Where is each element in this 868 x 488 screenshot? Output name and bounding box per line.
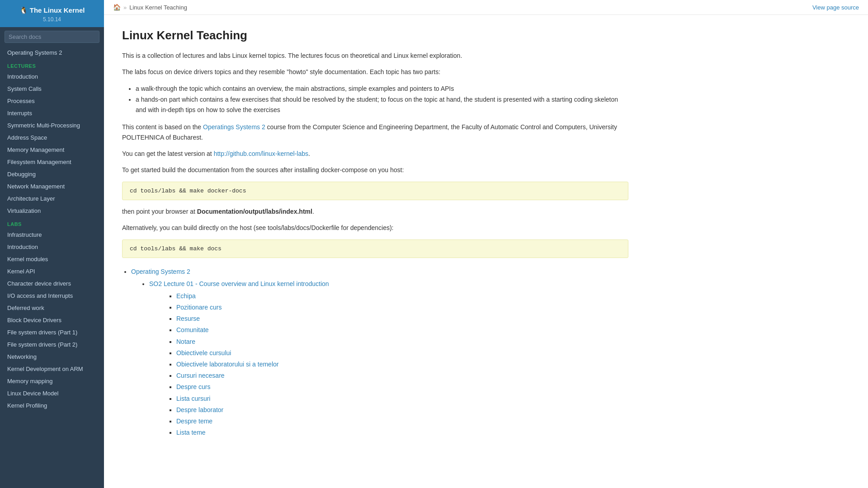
list-item: Echipa bbox=[176, 291, 628, 302]
para2: The labs focus on device drivers topics … bbox=[122, 67, 628, 77]
sidebar-item-network-management[interactable]: Network Management bbox=[0, 180, 104, 192]
code-block-2: cd tools/labs && make docs bbox=[122, 239, 628, 258]
list-item: Obiectivele laboratorului si a temelor bbox=[176, 359, 628, 370]
para3: This content is based on the Operatings … bbox=[122, 122, 628, 142]
sidebar-item-introduction-lab[interactable]: Introduction bbox=[0, 241, 104, 253]
sidebar-item-networking[interactable]: Networking bbox=[0, 351, 104, 363]
toc-l2-list: SO2 Lecture 01 - Course overview and Lin… bbox=[149, 278, 628, 439]
sidebar-item-system-calls[interactable]: System Calls bbox=[0, 83, 104, 95]
sidebar-header: 🐧 The Linux Kernel 5.10.14 bbox=[0, 0, 104, 27]
sidebar-item-io-access[interactable]: I/O access and Interrupts bbox=[0, 290, 104, 302]
toc-item-l2: SO2 Lecture 01 - Course overview and Lin… bbox=[149, 278, 628, 439]
sidebar-item-architecture-layer[interactable]: Architecture Layer bbox=[0, 192, 104, 205]
para1: This is a collection of lectures and lab… bbox=[122, 51, 628, 61]
sidebar-item-processes[interactable]: Processes bbox=[0, 95, 104, 107]
toc-link-obiective-lab[interactable]: Obiectivele laboratorului si a temelor bbox=[176, 361, 278, 368]
list-item: Lista teme bbox=[176, 427, 628, 438]
sidebar-item-kernel-modules[interactable]: Kernel modules bbox=[0, 253, 104, 265]
para4: You can get the latest version at http:/… bbox=[122, 149, 628, 159]
sidebar-item-fs-drivers-1[interactable]: File system drivers (Part 1) bbox=[0, 326, 104, 338]
toc-link-os2[interactable]: Operating Systems 2 bbox=[131, 268, 190, 275]
para5: To get started build the documentation f… bbox=[122, 165, 628, 175]
toc-link-resurse[interactable]: Resurse bbox=[176, 315, 200, 322]
sidebar-top-link[interactable]: Operating Systems 2 bbox=[0, 47, 104, 59]
logo: 🐧 The Linux Kernel bbox=[5, 6, 99, 14]
toc-link-despre-teme[interactable]: Despre teme bbox=[176, 418, 212, 425]
sidebar-item-memory-mapping[interactable]: Memory mapping bbox=[0, 375, 104, 387]
toc-link-despre-laborator[interactable]: Despre laborator bbox=[176, 406, 223, 413]
toc-link-obiective-curs[interactable]: Obiectivele cursului bbox=[176, 349, 231, 357]
code-block-1: cd tools/labs && make docker-docs bbox=[122, 182, 628, 200]
list-item: Obiectivele cursului bbox=[176, 347, 628, 359]
bold-path: Documentation/output/labs/index.html bbox=[197, 208, 312, 215]
sidebar-item-filesystem-management[interactable]: Filesystem Management bbox=[0, 156, 104, 168]
para7: Alternatively, you can build directly on… bbox=[122, 223, 628, 233]
sidebar-item-infrastructure[interactable]: Infrastructure bbox=[0, 229, 104, 241]
breadcrumb: 🏠 » Linux Kernel Teaching bbox=[113, 4, 187, 11]
sidebar-item-kernel-profiling[interactable]: Kernel Profiling bbox=[0, 399, 104, 412]
sidebar-item-fs-drivers-2[interactable]: File system drivers (Part 2) bbox=[0, 338, 104, 351]
sidebar-item-virtualization[interactable]: Virtualization bbox=[0, 205, 104, 217]
sidebar-item-address-space[interactable]: Address Space bbox=[0, 131, 104, 144]
sidebar-item-kernel-api[interactable]: Kernel API bbox=[0, 265, 104, 277]
para6-suffix: . bbox=[312, 208, 314, 215]
sidebar-item-introduction-lec[interactable]: Introduction bbox=[0, 70, 104, 83]
para6: then point your browser at Documentation… bbox=[122, 206, 628, 216]
lectures-section-label: LECTURES bbox=[0, 59, 104, 70]
list-item: Notare bbox=[176, 336, 628, 347]
sidebar-item-linux-device-model[interactable]: Linux Device Model bbox=[0, 387, 104, 399]
toc-link-comunitate[interactable]: Comunitate bbox=[176, 326, 209, 333]
toc-link-cursuri-necesare[interactable]: Cursuri necesare bbox=[176, 372, 225, 379]
toc-link-lista-cursuri[interactable]: Lista cursuri bbox=[176, 395, 210, 402]
toc-link-notare[interactable]: Notare bbox=[176, 338, 195, 345]
toc-l3-list: Echipa Pozitionare curs Resurse Comunita… bbox=[176, 291, 628, 438]
para3-prefix: This content is based on the bbox=[122, 123, 203, 131]
labs-section-label: LABS bbox=[0, 217, 104, 229]
toc-item-l1: Operating Systems 2 SO2 Lecture 01 - Cou… bbox=[131, 266, 628, 439]
list-item: Comunitate bbox=[176, 324, 628, 336]
list-item: Resurse bbox=[176, 313, 628, 324]
list-item: Cursuri necesare bbox=[176, 370, 628, 381]
list-item: Despre laborator bbox=[176, 404, 628, 416]
breadcrumb-sep: » bbox=[123, 4, 127, 11]
sidebar-item-char-device-drivers[interactable]: Character device drivers bbox=[0, 277, 104, 290]
toc-link-lista-teme[interactable]: Lista teme bbox=[176, 429, 206, 436]
sidebar-item-memory-management[interactable]: Memory Management bbox=[0, 144, 104, 156]
sidebar-item-debugging[interactable]: Debugging bbox=[0, 168, 104, 180]
page-content: Linux Kernel Teaching This is a collecti… bbox=[104, 15, 646, 460]
sidebar: 🐧 The Linux Kernel 5.10.14 Operating Sys… bbox=[0, 0, 104, 488]
main-panel: 🏠 » Linux Kernel Teaching View page sour… bbox=[104, 0, 868, 488]
sidebar-item-block-device-drivers[interactable]: Block Device Drivers bbox=[0, 314, 104, 326]
list-item: Despre teme bbox=[176, 416, 628, 427]
search-input[interactable] bbox=[5, 31, 99, 43]
list-item: Despre curs bbox=[176, 381, 628, 393]
para6-prefix: then point your browser at bbox=[122, 208, 197, 215]
toc-link-so2-lecture[interactable]: SO2 Lecture 01 - Course overview and Lin… bbox=[149, 280, 329, 287]
view-source-link[interactable]: View page source bbox=[812, 4, 859, 11]
toc-link-echipa[interactable]: Echipa bbox=[176, 292, 196, 300]
sidebar-item-smp[interactable]: Symmetric Multi-Processing bbox=[0, 119, 104, 131]
version-label: 5.10.14 bbox=[5, 16, 99, 23]
sidebar-item-interrupts[interactable]: Interrupts bbox=[0, 107, 104, 119]
toc-link-despre-curs[interactable]: Despre curs bbox=[176, 383, 210, 390]
github-link[interactable]: http://github.com/linux-kernel-labs bbox=[214, 150, 308, 157]
para4-prefix: You can get the latest version at bbox=[122, 150, 214, 157]
list-item: Lista cursuri bbox=[176, 393, 628, 404]
toc-list: Operating Systems 2 SO2 Lecture 01 - Cou… bbox=[131, 266, 628, 439]
sidebar-item-kernel-arm[interactable]: Kernel Development on ARM bbox=[0, 363, 104, 375]
list-item: Pozitionare curs bbox=[176, 302, 628, 313]
list-item: a hands-on part which contains a few exe… bbox=[136, 94, 628, 116]
breadcrumb-page: Linux Kernel Teaching bbox=[129, 4, 187, 11]
topbar: 🏠 » Linux Kernel Teaching View page sour… bbox=[104, 0, 868, 15]
para4-suffix: . bbox=[308, 150, 310, 157]
home-icon[interactable]: 🏠 bbox=[113, 4, 121, 11]
sidebar-item-deferred-work[interactable]: Deferred work bbox=[0, 302, 104, 314]
list-item: a walk-through the topic which contains … bbox=[136, 84, 628, 94]
toc-link-pozitionare[interactable]: Pozitionare curs bbox=[176, 304, 222, 311]
search-container bbox=[0, 27, 104, 47]
operatings-systems-link[interactable]: Operatings Systems 2 bbox=[203, 123, 265, 131]
feature-list: a walk-through the topic which contains … bbox=[136, 84, 628, 116]
page-title: Linux Kernel Teaching bbox=[122, 28, 628, 42]
